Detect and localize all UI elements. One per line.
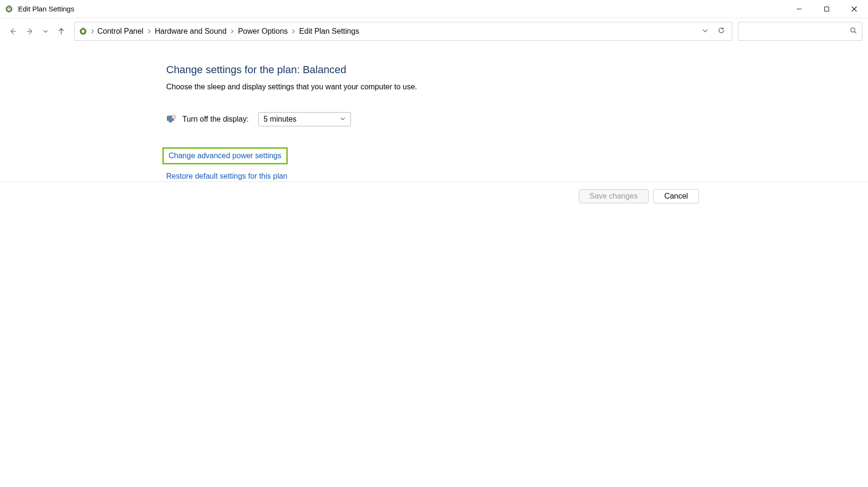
svg-rect-17 <box>169 122 172 123</box>
minimize-button[interactable] <box>785 0 813 18</box>
control-panel-icon <box>78 27 88 36</box>
maximize-button[interactable] <box>813 0 840 18</box>
display-icon <box>166 114 177 124</box>
chevron-right-icon[interactable] <box>230 28 234 35</box>
breadcrumb-item[interactable]: Hardware and Sound <box>155 27 226 36</box>
breadcrumb-item[interactable]: Edit Plan Settings <box>299 27 359 36</box>
chevron-right-icon[interactable] <box>292 28 295 35</box>
svg-rect-1 <box>8 5 10 8</box>
recent-dropdown-icon[interactable] <box>43 29 48 34</box>
back-button[interactable] <box>9 27 17 36</box>
svg-line-14 <box>855 32 857 34</box>
forward-button[interactable] <box>26 27 34 36</box>
chevron-right-icon[interactable] <box>147 28 151 35</box>
window-title: Edit Plan Settings <box>18 5 74 13</box>
breadcrumb-item[interactable]: Control Panel <box>97 27 143 36</box>
address-dropdown-icon[interactable] <box>701 27 709 36</box>
svg-point-12 <box>82 30 85 33</box>
search-input[interactable] <box>738 22 862 41</box>
restore-defaults-link[interactable]: Restore default settings for this plan <box>166 172 868 181</box>
svg-rect-11 <box>82 28 84 30</box>
search-icon <box>849 27 857 36</box>
breadcrumb-item[interactable]: Power Options <box>238 27 288 36</box>
titlebar: Edit Plan Settings <box>0 0 868 18</box>
breadcrumb: Control Panel Hardware and Sound Power O… <box>97 27 698 36</box>
display-setting-label: Turn off the display: <box>182 115 253 124</box>
content-area: Change settings for the plan: Balanced C… <box>0 45 868 181</box>
svg-rect-4 <box>825 7 829 11</box>
svg-rect-16 <box>170 121 171 122</box>
dropdown-value: 5 minutes <box>264 115 296 124</box>
page-heading: Change settings for the plan: Balanced <box>166 64 868 76</box>
cancel-button[interactable]: Cancel <box>653 189 699 203</box>
advanced-power-settings-link[interactable]: Change advanced power settings <box>162 147 288 164</box>
divider <box>0 181 868 182</box>
toolbar: Control Panel Hardware and Sound Power O… <box>0 18 868 45</box>
app-icon <box>5 5 13 13</box>
display-timeout-dropdown[interactable]: 5 minutes <box>258 112 351 126</box>
addressbar[interactable]: Control Panel Hardware and Sound Power O… <box>74 22 732 41</box>
page-subtext: Choose the sleep and display settings th… <box>166 83 868 91</box>
svg-point-13 <box>851 28 855 32</box>
chevron-down-icon <box>340 115 346 124</box>
chevron-right-icon[interactable] <box>91 28 94 35</box>
up-button[interactable] <box>57 27 66 36</box>
refresh-icon[interactable] <box>717 27 725 36</box>
save-changes-button: Save changes <box>579 189 649 203</box>
close-button[interactable] <box>840 0 868 18</box>
